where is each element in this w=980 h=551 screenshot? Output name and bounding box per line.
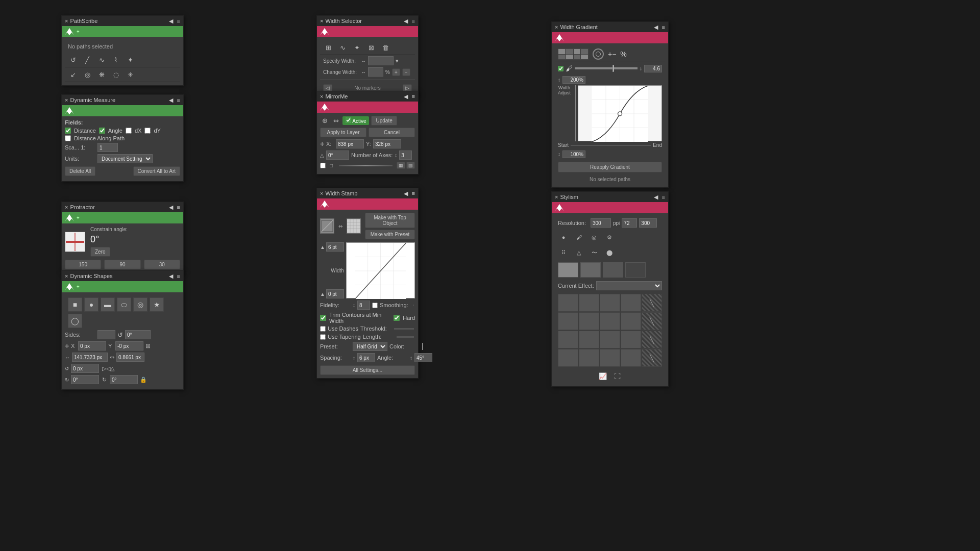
sides-input[interactable] [97,330,115,339]
pathscribe-node-icon[interactable]: ⌇ [111,55,121,65]
specify-width-input[interactable] [368,56,394,65]
axes-input[interactable] [399,151,412,160]
preset-select[interactable]: Half Grid [353,342,387,351]
angle-input2[interactable] [414,353,432,362]
wg-graph[interactable] [578,85,662,141]
pattern-cell-1[interactable] [558,294,578,312]
swatch-gray4[interactable] [625,262,646,278]
width-selector-menu-icon[interactable]: ≡ [412,18,415,24]
pathscribe-tool7-icon[interactable]: ❋ [96,69,107,80]
change-width-plus-btn[interactable]: + [392,68,400,76]
pattern-cell-13[interactable] [600,331,620,348]
btn-30[interactable]: 30 [144,260,180,269]
pathscribe-tool9-icon[interactable]: ✳ [125,69,135,80]
wg-slider[interactable] [575,67,638,69]
spacing-input[interactable] [357,353,375,362]
star-shape-btn[interactable]: ★ [150,297,164,312]
protractor-close-icon[interactable]: × [65,204,68,210]
spacing-stepper[interactable]: ↕ [353,355,355,361]
link-icon[interactable]: ⇔ [110,354,114,361]
angle-input[interactable] [326,151,349,160]
mirror-btn2[interactable]: ▧ [406,162,415,169]
effect-dots-icon[interactable]: ⠿ [558,247,569,258]
mirrorme-close-icon[interactable]: × [320,93,323,99]
pathscribe-close-icon[interactable]: × [65,18,68,24]
update-button[interactable]: Update [371,116,397,126]
swatch-gray2[interactable] [580,262,601,278]
dynamic-measure-close-icon[interactable]: × [65,97,68,103]
ws-nodes-icon[interactable]: ✦ [352,42,362,53]
pattern-cell-10-hatched[interactable]: ╲ [642,312,662,330]
pathscribe-collapse-icon[interactable]: ◀ [169,18,173,24]
circle-shape-btn[interactable]: ● [84,297,99,312]
wg-plusminus-icon[interactable]: +− [608,50,616,58]
all-settings-button[interactable]: All Settings... [320,365,415,375]
hard-checkbox[interactable] [394,315,400,321]
shear2-input[interactable] [110,375,138,384]
pattern-cell-6[interactable] [558,312,578,330]
fidelity-input[interactable] [357,300,370,310]
pattern-cell-19[interactable] [621,349,641,367]
convert-all-button[interactable]: Convert All to Art [133,166,180,176]
reapply-gradient-button[interactable]: Reapply Gradient [558,162,662,172]
pattern-cell-7[interactable] [579,312,599,330]
width-gradient-menu-icon[interactable]: ≡ [662,24,665,30]
cancel-button[interactable]: Cancel [369,128,415,137]
protractor-collapse-icon[interactable]: ◀ [169,204,173,211]
scale-input[interactable] [97,143,118,152]
x-input[interactable] [78,341,106,350]
top-value-input[interactable] [326,242,344,252]
mirrorme-x-input[interactable] [336,139,364,148]
effect-wifi-icon[interactable]: 〜 [589,247,600,258]
grid-icon[interactable]: ⊞ [145,342,151,349]
btn-90[interactable]: 90 [104,260,140,269]
square-shape-btn[interactable]: ■ [68,297,82,312]
change-width-input[interactable] [368,67,383,77]
circle-outline-btn[interactable]: ◯ [68,314,82,328]
dynamic-shapes-menu-icon[interactable]: ≡ [177,273,180,279]
mirror-extra-icon[interactable]: □ [328,162,335,169]
threshold-slider[interactable] [394,328,414,330]
width-input[interactable] [72,353,108,362]
mirrorme-y-input[interactable] [373,139,401,148]
effect-circle2-icon[interactable]: ◎ [589,232,600,243]
wg-stepper-icon[interactable]: ↕ [640,66,642,71]
distance-path-checkbox[interactable] [65,135,71,141]
ws-delete-icon[interactable]: 🗑 [380,42,390,53]
units-select[interactable]: Document Setting [97,154,153,163]
ppi72-input[interactable] [622,218,637,228]
length-slider[interactable] [397,336,414,338]
pathscribe-menu-icon[interactable]: ≡ [177,18,180,24]
pattern-cell-15-hatched[interactable]: ╲ [642,331,662,348]
stylism-graph-icon[interactable]: 📈 [598,371,608,381]
bottom-value-spinner-up[interactable]: ▲ [320,291,325,297]
effect-brush-icon[interactable]: 🖌 [573,232,584,243]
make-with-preset-button[interactable]: Make with Preset [365,230,415,239]
active-checkbox[interactable] [346,117,351,123]
pattern-cell-9[interactable] [621,312,641,330]
use-dashes-checkbox[interactable] [320,326,326,332]
stylism-collapse-icon[interactable]: ◀ [654,194,658,201]
dynamic-measure-menu-icon[interactable]: ≡ [177,97,180,103]
pattern-cell-18[interactable] [600,349,620,367]
pattern-cell-14[interactable] [621,331,641,348]
current-effect-select[interactable] [596,281,662,290]
pattern-cell-4[interactable] [621,294,641,312]
rotation2-input[interactable] [71,375,99,384]
sw-dropdown-icon[interactable]: ▾ [396,58,399,64]
rotate-input[interactable] [71,364,99,373]
wg-percent-icon[interactable]: % [620,50,626,58]
width-gradient-collapse-icon[interactable]: ◀ [654,24,658,31]
stylism-menu-icon[interactable]: ≡ [662,194,665,200]
width-selector-collapse-icon[interactable]: ◀ [404,18,408,24]
mirror-tool2-icon[interactable]: ⇔ [331,116,340,126]
effect-circle-icon[interactable]: ● [558,232,569,243]
protractor-menu-icon[interactable]: ≡ [177,204,180,210]
btn-150[interactable]: 150 [65,260,101,269]
pattern-cell-16[interactable] [558,349,578,367]
wg-zoom2-input[interactable] [562,151,585,158]
stylism-close-icon[interactable]: × [555,194,558,200]
swatch-gray1[interactable] [558,262,578,278]
wg-zoom-stepper[interactable]: ↕ [558,77,560,83]
ws-nodes2-icon[interactable]: ⊠ [366,42,376,53]
